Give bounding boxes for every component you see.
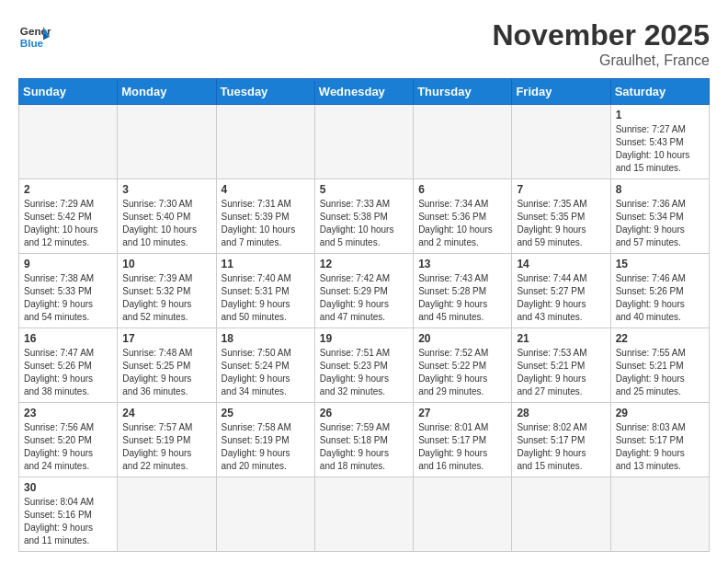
- calendar-cell: [216, 105, 314, 179]
- calendar-cell: [610, 477, 709, 552]
- calendar-cell: 4Sunrise: 7:31 AM Sunset: 5:39 PM Daylig…: [216, 179, 314, 254]
- weekday-header-thursday: Thursday: [414, 79, 512, 105]
- day-number: 21: [517, 332, 605, 345]
- cell-info: Sunrise: 7:50 AM Sunset: 5:24 PM Dayligh…: [222, 347, 310, 398]
- cell-info: Sunrise: 7:40 AM Sunset: 5:31 PM Dayligh…: [222, 272, 310, 324]
- calendar-cell: 15Sunrise: 7:46 AM Sunset: 5:26 PM Dayli…: [610, 254, 709, 328]
- day-number: 4: [222, 183, 310, 196]
- day-number: 20: [418, 332, 506, 345]
- day-number: 14: [517, 258, 605, 270]
- calendar-cell: 14Sunrise: 7:44 AM Sunset: 5:27 PM Dayli…: [512, 254, 610, 328]
- day-number: 16: [24, 332, 112, 345]
- calendar-cell: 11Sunrise: 7:40 AM Sunset: 5:31 PM Dayli…: [216, 254, 314, 328]
- day-number: 12: [320, 258, 408, 270]
- calendar-cell: 26Sunrise: 7:59 AM Sunset: 5:18 PM Dayli…: [314, 403, 413, 477]
- calendar-cell: 18Sunrise: 7:50 AM Sunset: 5:24 PM Dayli…: [216, 328, 314, 403]
- title-block: November 2025 Graulhet, France: [492, 18, 710, 69]
- cell-info: Sunrise: 7:29 AM Sunset: 5:42 PM Dayligh…: [24, 198, 112, 249]
- calendar-cell: 1Sunrise: 7:27 AM Sunset: 5:43 PM Daylig…: [610, 105, 709, 179]
- cell-info: Sunrise: 8:03 AM Sunset: 5:17 PM Dayligh…: [616, 421, 704, 473]
- weekday-header-tuesday: Tuesday: [216, 79, 314, 105]
- cell-info: Sunrise: 7:48 AM Sunset: 5:25 PM Dayligh…: [122, 347, 210, 398]
- calendar-cell: 3Sunrise: 7:30 AM Sunset: 5:40 PM Daylig…: [118, 179, 216, 254]
- weekday-header-friday: Friday: [512, 79, 610, 105]
- calendar-cell: 2Sunrise: 7:29 AM Sunset: 5:42 PM Daylig…: [19, 179, 118, 254]
- calendar-cell: [512, 105, 610, 179]
- calendar-cell: 21Sunrise: 7:53 AM Sunset: 5:21 PM Dayli…: [512, 328, 610, 403]
- weekday-header-monday: Monday: [118, 79, 216, 105]
- cell-info: Sunrise: 7:56 AM Sunset: 5:20 PM Dayligh…: [24, 421, 112, 473]
- calendar-cell: [19, 105, 118, 179]
- cell-info: Sunrise: 7:35 AM Sunset: 5:35 PM Dayligh…: [517, 198, 605, 249]
- day-number: 10: [122, 258, 210, 270]
- day-number: 27: [418, 407, 506, 419]
- cell-info: Sunrise: 7:58 AM Sunset: 5:19 PM Dayligh…: [222, 421, 310, 473]
- day-number: 13: [418, 258, 506, 270]
- week-row-5: 23Sunrise: 7:56 AM Sunset: 5:20 PM Dayli…: [19, 403, 710, 477]
- day-number: 28: [517, 407, 605, 419]
- calendar-cell: 6Sunrise: 7:34 AM Sunset: 5:36 PM Daylig…: [414, 179, 512, 254]
- cell-info: Sunrise: 7:38 AM Sunset: 5:33 PM Dayligh…: [24, 272, 112, 324]
- calendar-cell: [414, 477, 512, 552]
- day-number: 7: [517, 183, 605, 196]
- day-number: 22: [616, 332, 704, 345]
- cell-info: Sunrise: 7:42 AM Sunset: 5:29 PM Dayligh…: [320, 272, 408, 324]
- cell-info: Sunrise: 7:47 AM Sunset: 5:26 PM Dayligh…: [24, 347, 112, 398]
- calendar-cell: 7Sunrise: 7:35 AM Sunset: 5:35 PM Daylig…: [512, 179, 610, 254]
- calendar-cell: 28Sunrise: 8:02 AM Sunset: 5:17 PM Dayli…: [512, 403, 610, 477]
- calendar-cell: 24Sunrise: 7:57 AM Sunset: 5:19 PM Dayli…: [118, 403, 216, 477]
- week-row-6: 30Sunrise: 8:04 AM Sunset: 5:16 PM Dayli…: [19, 477, 710, 552]
- day-number: 5: [320, 183, 408, 196]
- logo-icon: General Blue: [18, 18, 51, 52]
- svg-text:Blue: Blue: [20, 37, 44, 49]
- calendar-cell: 12Sunrise: 7:42 AM Sunset: 5:29 PM Dayli…: [314, 254, 413, 328]
- cell-info: Sunrise: 8:04 AM Sunset: 5:16 PM Dayligh…: [24, 496, 112, 547]
- calendar-cell: 8Sunrise: 7:36 AM Sunset: 5:34 PM Daylig…: [610, 179, 709, 254]
- calendar-cell: 16Sunrise: 7:47 AM Sunset: 5:26 PM Dayli…: [19, 328, 118, 403]
- calendar-cell: [314, 477, 413, 552]
- cell-info: Sunrise: 7:44 AM Sunset: 5:27 PM Dayligh…: [517, 272, 605, 324]
- day-number: 6: [418, 183, 506, 196]
- day-number: 1: [616, 109, 704, 121]
- calendar-cell: 29Sunrise: 8:03 AM Sunset: 5:17 PM Dayli…: [610, 403, 709, 477]
- calendar-cell: 23Sunrise: 7:56 AM Sunset: 5:20 PM Dayli…: [19, 403, 118, 477]
- cell-info: Sunrise: 7:51 AM Sunset: 5:23 PM Dayligh…: [320, 347, 408, 398]
- calendar-cell: 25Sunrise: 7:58 AM Sunset: 5:19 PM Dayli…: [216, 403, 314, 477]
- cell-info: Sunrise: 8:01 AM Sunset: 5:17 PM Dayligh…: [418, 421, 506, 473]
- cell-info: Sunrise: 7:53 AM Sunset: 5:21 PM Dayligh…: [517, 347, 605, 398]
- day-number: 24: [122, 407, 210, 419]
- calendar-cell: 13Sunrise: 7:43 AM Sunset: 5:28 PM Dayli…: [414, 254, 512, 328]
- logo: General Blue: [18, 18, 51, 52]
- calendar-cell: [216, 477, 314, 552]
- day-number: 15: [616, 258, 704, 270]
- cell-info: Sunrise: 8:02 AM Sunset: 5:17 PM Dayligh…: [517, 421, 605, 473]
- day-number: 2: [24, 183, 112, 196]
- calendar-cell: [512, 477, 610, 552]
- day-number: 18: [222, 332, 310, 345]
- cell-info: Sunrise: 7:36 AM Sunset: 5:34 PM Dayligh…: [616, 198, 704, 249]
- calendar-body: 1Sunrise: 7:27 AM Sunset: 5:43 PM Daylig…: [19, 105, 710, 552]
- week-row-2: 2Sunrise: 7:29 AM Sunset: 5:42 PM Daylig…: [19, 179, 710, 254]
- calendar-cell: 10Sunrise: 7:39 AM Sunset: 5:32 PM Dayli…: [118, 254, 216, 328]
- calendar-cell: 30Sunrise: 8:04 AM Sunset: 5:16 PM Dayli…: [19, 477, 118, 552]
- weekday-header-sunday: Sunday: [19, 79, 118, 105]
- calendar-header-row: SundayMondayTuesdayWednesdayThursdayFrid…: [19, 79, 710, 105]
- day-number: 30: [24, 481, 112, 494]
- calendar-cell: 9Sunrise: 7:38 AM Sunset: 5:33 PM Daylig…: [19, 254, 118, 328]
- cell-info: Sunrise: 7:46 AM Sunset: 5:26 PM Dayligh…: [616, 272, 704, 324]
- cell-info: Sunrise: 7:27 AM Sunset: 5:43 PM Dayligh…: [616, 123, 704, 175]
- cell-info: Sunrise: 7:39 AM Sunset: 5:32 PM Dayligh…: [122, 272, 210, 324]
- day-number: 26: [320, 407, 408, 419]
- week-row-1: 1Sunrise: 7:27 AM Sunset: 5:43 PM Daylig…: [19, 105, 710, 179]
- cell-info: Sunrise: 7:33 AM Sunset: 5:38 PM Dayligh…: [320, 198, 408, 249]
- day-number: 29: [616, 407, 704, 419]
- day-number: 17: [122, 332, 210, 345]
- calendar-cell: 22Sunrise: 7:55 AM Sunset: 5:21 PM Dayli…: [610, 328, 709, 403]
- calendar-cell: 5Sunrise: 7:33 AM Sunset: 5:38 PM Daylig…: [314, 179, 413, 254]
- day-number: 19: [320, 332, 408, 345]
- calendar-table: SundayMondayTuesdayWednesdayThursdayFrid…: [18, 78, 710, 552]
- week-row-3: 9Sunrise: 7:38 AM Sunset: 5:33 PM Daylig…: [19, 254, 710, 328]
- day-number: 23: [24, 407, 112, 419]
- weekday-header-saturday: Saturday: [610, 79, 709, 105]
- day-number: 25: [222, 407, 310, 419]
